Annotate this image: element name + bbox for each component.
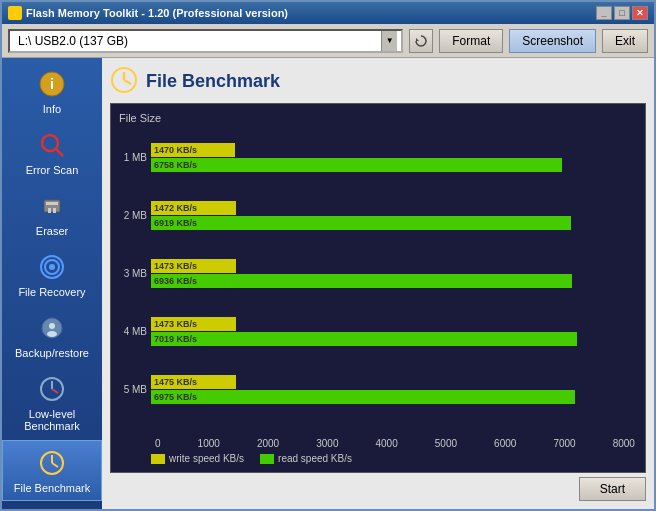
sidebar: i Info Error Scan xyxy=(2,58,102,509)
read-bar-5mb: 6975 KB/s xyxy=(151,390,575,404)
refresh-button[interactable] xyxy=(409,29,433,53)
window-controls: _ □ ✕ xyxy=(596,6,648,20)
row-label-4mb: 4 MB xyxy=(119,326,151,337)
refresh-icon xyxy=(414,34,428,48)
app-icon: ⚡ xyxy=(8,6,22,20)
title-bar-left: ⚡ Flash Memory Toolkit - 1.20 (Professio… xyxy=(8,6,288,20)
bar-row-2mb: 2 MB 1472 KB/s 6919 KB/s xyxy=(119,201,637,230)
content-header-icon xyxy=(110,66,138,97)
svg-line-20 xyxy=(52,463,58,467)
chart-legend: write speed KB/s read speed KB/s xyxy=(119,453,637,464)
x-label-8000: 8000 xyxy=(613,438,635,449)
svg-point-14 xyxy=(47,331,57,337)
svg-line-17 xyxy=(52,389,58,393)
read-bar-4mb: 7019 KB/s xyxy=(151,332,577,346)
screenshot-button[interactable]: Screenshot xyxy=(509,29,596,53)
bar-row-4mb: 4 MB 1473 KB/s 7019 KB/s xyxy=(119,317,637,346)
read-bar-2mb: 6919 KB/s xyxy=(151,216,571,230)
main-window: ⚡ Flash Memory Toolkit - 1.20 (Professio… xyxy=(0,0,656,511)
sidebar-item-file-recovery[interactable]: File Recovery xyxy=(2,245,102,304)
x-label-4000: 4000 xyxy=(376,438,398,449)
sidebar-label-file-benchmark: File Benchmark xyxy=(14,482,90,494)
content-area: File Benchmark File Size 1 MB xyxy=(102,58,654,509)
backup-restore-icon xyxy=(36,312,68,344)
low-level-benchmark-icon xyxy=(36,373,68,405)
drive-select-text: L:\ USB2.0 (137 GB) xyxy=(14,34,381,48)
close-button[interactable]: ✕ xyxy=(632,6,648,20)
file-benchmark-icon xyxy=(36,447,68,479)
x-label-7000: 7000 xyxy=(553,438,575,449)
eraser-icon xyxy=(36,190,68,222)
sidebar-label-info: Info xyxy=(43,103,61,115)
sidebar-item-file-benchmark[interactable]: File Benchmark xyxy=(2,440,102,501)
svg-line-23 xyxy=(124,80,131,84)
sidebar-item-backup-restore[interactable]: Backup/restore xyxy=(2,306,102,365)
bar-row-1mb: 1 MB 1470 KB/s 6758 KB/s xyxy=(119,143,637,172)
sidebar-label-file-recovery: File Recovery xyxy=(18,286,85,298)
x-label-2000: 2000 xyxy=(257,438,279,449)
svg-point-11 xyxy=(49,264,55,270)
toolbar: L:\ USB2.0 (137 GB) ▼ Format Screenshot … xyxy=(2,24,654,58)
drive-dropdown-arrow[interactable]: ▼ xyxy=(381,31,397,51)
x-axis: 0 1000 2000 3000 4000 5000 6000 7000 800… xyxy=(119,438,637,449)
x-label-3000: 3000 xyxy=(316,438,338,449)
sidebar-label-eraser: Eraser xyxy=(36,225,68,237)
svg-point-3 xyxy=(42,135,58,151)
x-label-5000: 5000 xyxy=(435,438,457,449)
legend-write-color xyxy=(151,454,165,464)
file-recovery-icon xyxy=(36,251,68,283)
sidebar-label-low-level-benchmark: Low-level Benchmark xyxy=(6,408,98,432)
legend-read-color xyxy=(260,454,274,464)
drive-select[interactable]: L:\ USB2.0 (137 GB) ▼ xyxy=(8,29,403,53)
bottom-bar: Start xyxy=(110,473,646,501)
content-header: File Benchmark xyxy=(110,66,646,97)
bars-col-2mb: 1472 KB/s 6919 KB/s xyxy=(151,201,637,230)
write-bar-2mb: 1472 KB/s xyxy=(151,201,236,215)
write-bar-1mb: 1470 KB/s xyxy=(151,143,235,157)
row-label-1mb: 1 MB xyxy=(119,152,151,163)
main-content: i Info Error Scan xyxy=(2,58,654,509)
svg-rect-8 xyxy=(53,208,56,213)
legend-write-label: write speed KB/s xyxy=(169,453,244,464)
sidebar-label-error-scan: Error Scan xyxy=(26,164,79,176)
svg-rect-6 xyxy=(46,202,58,205)
row-label-5mb: 5 MB xyxy=(119,384,151,395)
bar-row-5mb: 5 MB 1475 KB/s 6975 KB/s xyxy=(119,375,637,404)
svg-marker-0 xyxy=(416,38,419,41)
bars-col-4mb: 1473 KB/s 7019 KB/s xyxy=(151,317,637,346)
read-bar-3mb: 6936 KB/s xyxy=(151,274,572,288)
sidebar-item-low-level-benchmark[interactable]: Low-level Benchmark xyxy=(2,367,102,438)
svg-point-13 xyxy=(49,323,55,329)
legend-read: read speed KB/s xyxy=(260,453,352,464)
info-icon: i xyxy=(36,68,68,100)
legend-write: write speed KB/s xyxy=(151,453,244,464)
x-label-0: 0 xyxy=(155,438,161,449)
svg-rect-5 xyxy=(44,200,60,212)
write-bar-3mb: 1473 KB/s xyxy=(151,259,236,273)
minimize-button[interactable]: _ xyxy=(596,6,612,20)
error-scan-icon xyxy=(36,129,68,161)
legend-read-label: read speed KB/s xyxy=(278,453,352,464)
exit-button[interactable]: Exit xyxy=(602,29,648,53)
chart-y-label: File Size xyxy=(119,112,637,124)
maximize-button[interactable]: □ xyxy=(614,6,630,20)
row-label-2mb: 2 MB xyxy=(119,210,151,221)
bars-col-5mb: 1475 KB/s 6975 KB/s xyxy=(151,375,637,404)
sidebar-item-eraser[interactable]: Eraser xyxy=(2,184,102,243)
sidebar-label-backup-restore: Backup/restore xyxy=(15,347,89,359)
read-bar-1mb: 6758 KB/s xyxy=(151,158,562,172)
title-bar: ⚡ Flash Memory Toolkit - 1.20 (Professio… xyxy=(2,2,654,24)
svg-line-4 xyxy=(56,149,63,156)
x-label-6000: 6000 xyxy=(494,438,516,449)
bars-col-1mb: 1470 KB/s 6758 KB/s xyxy=(151,143,637,172)
bars-col-3mb: 1473 KB/s 6936 KB/s xyxy=(151,259,637,288)
x-label-1000: 1000 xyxy=(198,438,220,449)
bar-row-3mb: 3 MB 1473 KB/s 6936 KB/s xyxy=(119,259,637,288)
format-button[interactable]: Format xyxy=(439,29,503,53)
sidebar-item-info[interactable]: i Info xyxy=(2,62,102,121)
write-bar-5mb: 1475 KB/s xyxy=(151,375,236,389)
svg-text:i: i xyxy=(50,76,54,92)
content-title: File Benchmark xyxy=(146,71,280,92)
start-button[interactable]: Start xyxy=(579,477,646,501)
sidebar-item-error-scan[interactable]: Error Scan xyxy=(2,123,102,182)
